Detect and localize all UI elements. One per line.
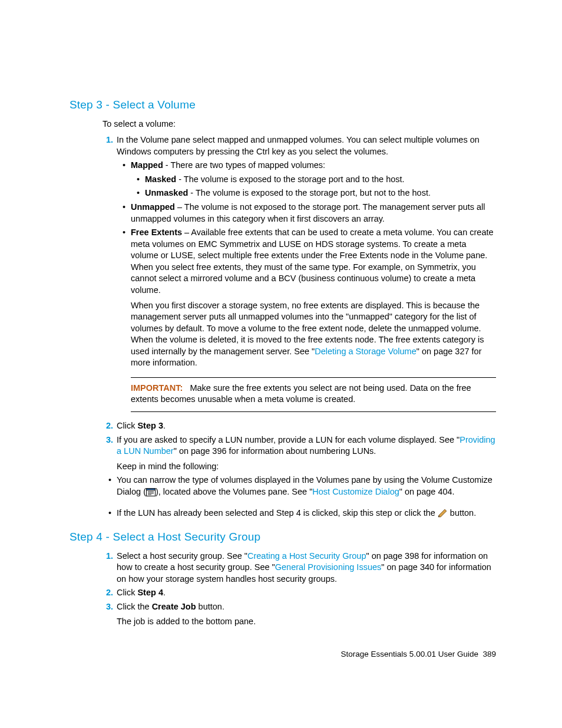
body-text: If you are asked to specify a LUN number… bbox=[117, 435, 459, 444]
body-text: In the Volume pane select mapped and unm… bbox=[117, 135, 480, 156]
customize-dialog-icon bbox=[146, 488, 156, 500]
important-label: IMPORTANT: bbox=[131, 383, 183, 393]
create-job-label: Create Job bbox=[152, 602, 196, 611]
narrow-volumes-note: You can narrow the type of volumes displ… bbox=[117, 475, 496, 499]
step4-item-3: Click the Create Job button. The job is … bbox=[115, 601, 496, 628]
free-extents-item: Free Extents – Available free extents th… bbox=[131, 227, 496, 412]
body-text: Click bbox=[117, 588, 137, 597]
body-text: button. bbox=[448, 508, 476, 518]
step4-heading: Step 4 - Select a Host Security Group bbox=[70, 529, 496, 545]
body-text: . bbox=[163, 588, 166, 597]
volume-types-list: Mapped - There are two types of mapped v… bbox=[117, 160, 496, 412]
link-general-provisioning-issues[interactable]: General Provisioning Issues bbox=[275, 562, 382, 572]
masked-item: Masked - The volume is exposed to the st… bbox=[145, 174, 496, 186]
body-text: . bbox=[163, 421, 166, 430]
step3-label: Step 3 bbox=[137, 421, 163, 430]
link-deleting-storage-volume[interactable]: Deleting a Storage Volume bbox=[315, 347, 416, 356]
body-text: Click the bbox=[117, 602, 152, 611]
important-callout: IMPORTANT: Make sure the free extents yo… bbox=[131, 377, 496, 412]
step3-item-2: Click Step 3. bbox=[115, 420, 496, 432]
body-text: " on page 404. bbox=[399, 487, 455, 496]
step4-item-2: Click Step 4. bbox=[115, 587, 496, 599]
unmapped-item: Unmapped – The volume is not exposed to … bbox=[131, 202, 496, 225]
body-text: If the LUN has already been selected and… bbox=[117, 508, 438, 518]
body-text: " on page 396 for information about numb… bbox=[174, 446, 376, 456]
svg-rect-1 bbox=[146, 488, 155, 490]
mapped-label: Mapped bbox=[131, 160, 163, 170]
masked-text: - The volume is exposed to the storage p… bbox=[176, 174, 404, 184]
job-added-text: The job is added to the bottom pane. bbox=[117, 616, 496, 628]
masked-label: Masked bbox=[145, 174, 176, 184]
step3-heading: Step 3 - Select a Volume bbox=[70, 97, 496, 113]
step4-item-1: Select a host security group. See "Creat… bbox=[115, 551, 496, 585]
free-extents-para2: When you first discover a storage system… bbox=[131, 300, 496, 369]
unmapped-label: Unmapped bbox=[131, 202, 175, 212]
unmasked-label: Unmasked bbox=[145, 188, 188, 197]
link-creating-host-security-group[interactable]: Creating a Host Security Group bbox=[247, 551, 366, 561]
step3-notes-list: You can narrow the type of volumes displ… bbox=[103, 475, 496, 521]
step3-intro: To select a volume: bbox=[103, 118, 496, 130]
step4-list: Select a host security group. See "Creat… bbox=[103, 551, 496, 628]
step4-label: Step 4 bbox=[137, 588, 163, 597]
step3-item-1: In the Volume pane select mapped and unm… bbox=[115, 134, 496, 412]
unmasked-text: - The volume is exposed to the storage p… bbox=[188, 188, 431, 197]
document-page: Step 3 - Select a Volume To select a vol… bbox=[0, 0, 562, 707]
keep-in-mind: Keep in mind the following: bbox=[117, 461, 496, 473]
mapped-text: - There are two types of mapped volumes: bbox=[163, 160, 325, 170]
body-text: Select a host security group. See " bbox=[117, 551, 247, 561]
body-text: ), located above the Volumes pane. See " bbox=[156, 487, 312, 496]
free-extents-text: – Available free extents that can be use… bbox=[131, 228, 494, 295]
body-text: button. bbox=[196, 602, 224, 611]
free-extents-label: Free Extents bbox=[131, 228, 182, 237]
body-text: Click bbox=[117, 421, 137, 430]
link-host-customize-dialog[interactable]: Host Customize Dialog bbox=[312, 487, 399, 496]
footer-page-number: 389 bbox=[482, 650, 496, 658]
edit-pencil-icon bbox=[438, 509, 448, 521]
step3-list: In the Volume pane select mapped and unm… bbox=[103, 134, 496, 472]
mapped-item: Mapped - There are two types of mapped v… bbox=[131, 160, 496, 199]
page-footer: Storage Essentials 5.00.01 User Guide 38… bbox=[70, 649, 496, 660]
footer-title: Storage Essentials 5.00.01 User Guide bbox=[341, 650, 478, 658]
mapped-sublist: Masked - The volume is exposed to the st… bbox=[131, 174, 496, 199]
unmasked-item: Unmasked - The volume is exposed to the … bbox=[145, 187, 496, 199]
step3-item-3: If you are asked to specify a LUN number… bbox=[115, 434, 496, 473]
unmapped-text: – The volume is not exposed to the stora… bbox=[131, 202, 485, 223]
lun-selected-note: If the LUN has already been selected and… bbox=[117, 508, 496, 521]
